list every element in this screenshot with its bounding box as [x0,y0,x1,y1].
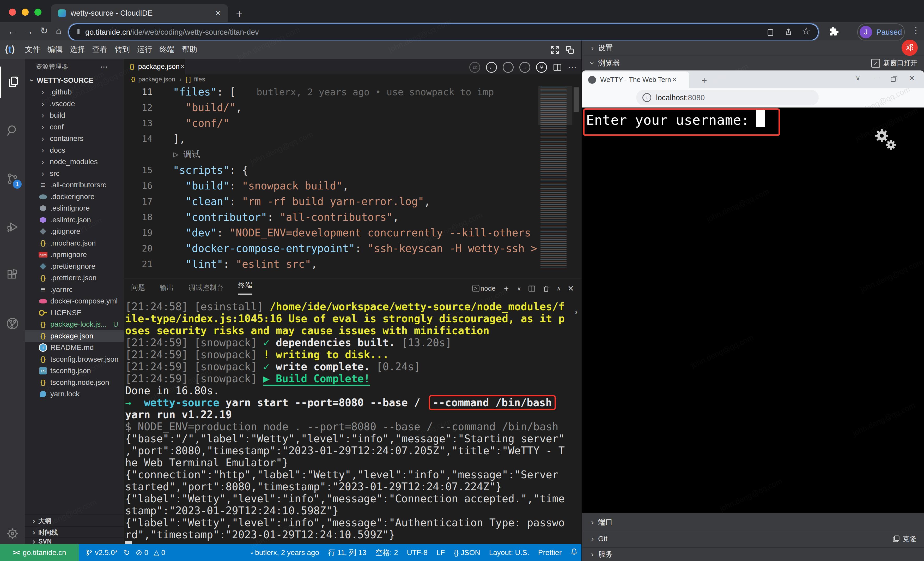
tree-item[interactable]: {}tsconfig.node.json [25,377,124,388]
reload-icon[interactable]: ↻ [40,25,48,36]
breadcrumb[interactable]: {} package.json › [ ] files [124,74,582,84]
kill-terminal-trash-icon[interactable] [543,285,550,292]
change-dot-icon[interactable] [502,62,514,73]
outline-section[interactable]: ›大纲 [25,514,124,526]
split-editor-icon[interactable] [553,63,562,72]
status-item[interactable]: 行 11, 列 13 [328,548,366,558]
wetty-settings-gears-icon[interactable] [872,128,900,154]
tree-root[interactable]: › WETTY-SOURCE [25,74,124,86]
layout-windows-icon[interactable] [565,45,574,54]
search-icon[interactable] [0,115,25,146]
web-tab-close-icon[interactable]: ✕ [672,76,677,84]
panel-divider[interactable] [581,41,582,561]
tree-item[interactable]: {}package-lock.js...U [25,319,124,330]
tree-item[interactable]: LICENSE [25,307,124,319]
tree-item[interactable]: ›src [25,168,124,179]
editor-tab-package-json[interactable]: {} package.json ✕ [124,59,185,74]
back-icon[interactable]: ← [8,26,17,37]
macos-minimize-button[interactable] [22,9,28,16]
tab-search-chevron-icon[interactable]: ∨ [855,74,860,82]
terminal-dropdown-icon[interactable]: ∨ [517,285,521,292]
problems-item[interactable]: ⊘ 0 △ 0 [136,548,165,557]
menu-item-5[interactable]: 运行 [137,44,152,55]
svn-section[interactable]: ›SVN [25,537,124,544]
browser-menu-icon[interactable]: ⋮ [912,25,920,35]
compare-changes-icon[interactable]: ⇄ [469,62,480,73]
ports-section[interactable]: ›端口 [582,513,924,531]
status-item[interactable]: LF [436,549,445,557]
address-bar[interactable]: go.titanide.cn /ide/web/coding/wetty-sou… [68,24,819,41]
code-editor[interactable]: 11 "files": [butlerx, 2 years ago • use … [124,84,582,278]
home-icon[interactable]: ⌂ [56,25,62,36]
maximize-panel-icon[interactable]: ∧ [556,285,561,292]
terminal-output[interactable]: [21:24:58] [esinstall] /home/ide/workspa… [125,301,579,553]
tree-item[interactable]: {}.prettierrc.json [25,272,124,284]
tree-item[interactable]: ›build [25,110,124,121]
status-item[interactable]: ◦butlerx, 2 years ago [250,547,319,558]
new-terminal-icon[interactable]: ＋ [502,283,510,294]
restore-window-icon[interactable] [890,75,898,83]
source-control-icon[interactable]: 1 [0,163,25,194]
panel-right-chevron-icon[interactable]: › [574,307,578,317]
remote-repos-icon[interactable] [0,308,25,339]
web-address-bar[interactable]: i localhost :8080 [636,90,819,105]
tree-item[interactable]: {}.mocharc.json [25,238,124,249]
tree-item[interactable]: yarn.lock [25,388,124,400]
menu-item-0[interactable]: 文件 [25,44,40,55]
menu-item-6[interactable]: 终端 [159,44,175,55]
clipboard-icon[interactable] [766,28,775,37]
sync-icon[interactable]: ↻ [123,548,130,557]
remote-indicator[interactable]: >< go.titanide.cn [0,544,79,561]
tree-item[interactable]: .eslintignore [25,203,124,214]
menu-item-1[interactable]: 编辑 [48,44,63,55]
notifications-bell-icon[interactable] [570,548,578,557]
timeline-section[interactable]: ›时间线 [25,526,124,538]
web-new-tab-icon[interactable]: ＋ [700,74,709,86]
tree-item[interactable]: ›docs [25,144,124,156]
extensions-puzzle-icon[interactable] [829,26,839,37]
tree-item[interactable]: ≡.yarnrc [25,284,124,296]
tree-item[interactable]: TStsconfig.json [25,365,124,377]
panel-tab-输出[interactable]: 输出 [160,283,174,292]
menu-item-4[interactable]: 转到 [115,44,130,55]
status-item[interactable]: UTF-8 [407,549,428,557]
panel-tab-终端[interactable]: 终端 [238,281,252,295]
web-tab[interactable]: WeTTY - The Web Terminal ✕ [582,72,689,88]
open-remote-icon[interactable]: ⑂ [536,62,547,73]
forward-icon[interactable]: → [24,26,33,37]
extensions-icon[interactable] [0,260,25,291]
branch-item[interactable]: v2.5.0* [86,549,118,557]
tree-item[interactable]: npm.npmignore [25,249,124,261]
fullscreen-icon[interactable] [550,45,560,54]
tree-item[interactable]: ›.github [25,86,124,98]
tree-item[interactable]: {}package.json [25,330,124,342]
minimap-slider[interactable] [538,86,572,125]
tree-item[interactable]: ›conf [25,121,124,133]
services-section[interactable]: ›服务 [582,547,924,561]
close-icon[interactable]: ✕ [909,74,915,83]
menu-item-7[interactable]: 帮助 [182,44,197,55]
tree-item[interactable]: docker-compose.yml [25,295,124,307]
tab-close-icon[interactable]: ✕ [180,63,185,71]
wetty-terminal[interactable]: Enter your username: [582,107,924,513]
profile-chip[interactable]: J Paused [857,24,905,41]
tree-item[interactable]: ›containers [25,133,124,144]
share-icon[interactable] [784,27,793,37]
split-terminal-icon[interactable] [528,285,536,292]
status-item[interactable]: Layout: U.S. [489,549,529,557]
tree-item[interactable]: .prettierignore [25,261,124,272]
status-item[interactable]: {} JSON [454,549,480,557]
tree-item[interactable]: ≡.all-contributorsrc [25,179,124,191]
user-avatar[interactable]: 邓 [902,40,918,56]
status-item[interactable]: Prettier [538,549,562,557]
more-actions-icon[interactable]: ⋯ [568,62,577,72]
settings-section[interactable]: ›设置 [582,41,924,56]
tree-item[interactable]: {}tsconfig.browser.json [25,353,124,365]
tree-item[interactable]: iREADME.md [25,342,124,353]
menu-item-3[interactable]: 查看 [92,44,107,55]
explorer-icon[interactable] [0,66,26,98]
previous-change-icon[interactable]: ← [486,62,497,73]
run-debug-icon[interactable] [0,211,25,243]
editor-scrollbar[interactable] [574,87,579,112]
tree-item[interactable]: ›.vscode [25,98,124,110]
